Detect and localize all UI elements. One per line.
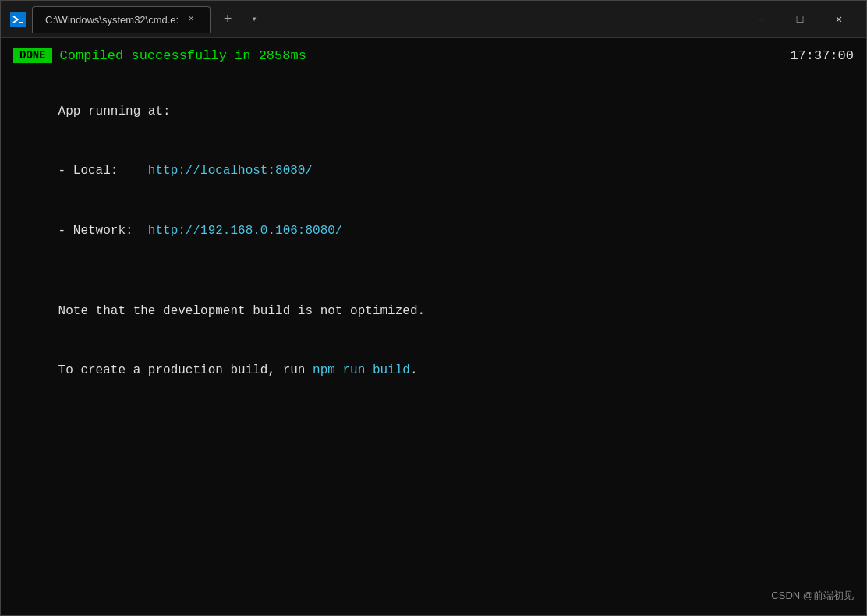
status-line: DONE Compiled successfully in 2858ms 17:… bbox=[13, 48, 854, 63]
timestamp: 17:37:00 bbox=[790, 48, 854, 63]
minimize-button[interactable]: ─ bbox=[743, 7, 779, 32]
close-button[interactable]: ✕ bbox=[821, 7, 857, 32]
status-left: DONE Compiled successfully in 2858ms bbox=[13, 48, 306, 63]
output-line-5: Note that the development build is not o… bbox=[13, 281, 854, 342]
output-line-3: - Network: http://192.168.0.106:8080/ bbox=[13, 202, 854, 262]
network-url-link[interactable]: http://192.168.0.106:8080/ bbox=[148, 224, 343, 238]
done-badge: DONE bbox=[13, 48, 52, 63]
status-message: Compiled successfully in 2858ms bbox=[60, 48, 306, 63]
tab-title: C:\Windows\system32\cmd.e: bbox=[45, 14, 179, 26]
titlebar-left: C:\Windows\system32\cmd.e: × + ▾ bbox=[10, 6, 737, 33]
output-line-4 bbox=[13, 261, 854, 281]
window-controls: ─ □ ✕ bbox=[743, 7, 857, 32]
terminal-logo-icon bbox=[10, 12, 26, 27]
titlebar: C:\Windows\system32\cmd.e: × + ▾ ─ □ ✕ bbox=[1, 1, 866, 38]
local-url-link[interactable]: http://localhost:8080/ bbox=[148, 164, 313, 178]
maximize-button[interactable]: □ bbox=[782, 7, 818, 32]
watermark: CSDN @前端初见 bbox=[771, 589, 854, 603]
npm-cmd-text: npm run build bbox=[313, 363, 410, 377]
active-tab[interactable]: C:\Windows\system32\cmd.e: × bbox=[32, 6, 211, 33]
output-line-6: To create a production build, run npm ru… bbox=[13, 342, 854, 402]
terminal-window: C:\Windows\system32\cmd.e: × + ▾ ─ □ ✕ D… bbox=[0, 0, 867, 616]
terminal-body: DONE Compiled successfully in 2858ms 17:… bbox=[1, 38, 866, 615]
output-line-2: - Local: http://localhost:8080/ bbox=[13, 142, 854, 202]
output-line-1: App running at: bbox=[13, 82, 854, 142]
tab-close-button[interactable]: × bbox=[185, 13, 197, 26]
tab-dropdown-button[interactable]: ▾ bbox=[245, 10, 264, 29]
add-tab-button[interactable]: + bbox=[217, 9, 239, 30]
